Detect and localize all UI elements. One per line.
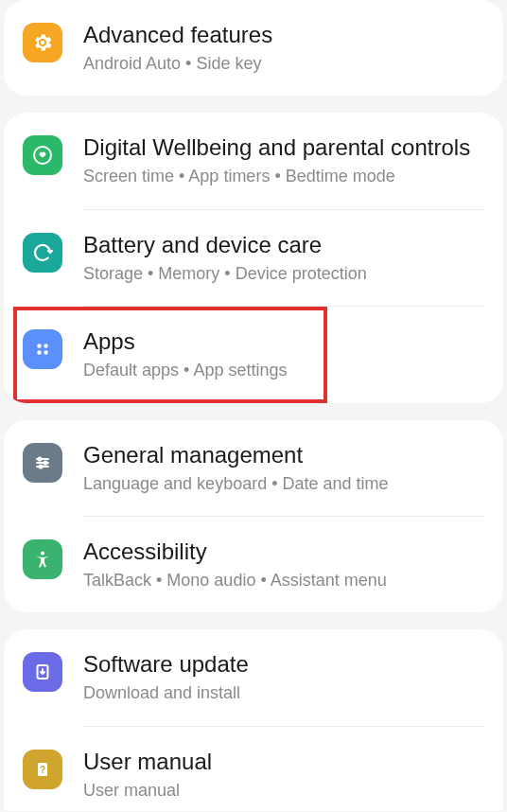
settings-item-title: Software update	[83, 650, 484, 679]
svg-point-3	[44, 344, 47, 347]
svg-point-10	[44, 461, 46, 464]
settings-item-battery-device-care[interactable]: Battery and device care Storage • Memory…	[4, 210, 503, 306]
settings-item-software-update[interactable]: Software update Download and install	[4, 629, 503, 725]
download-icon	[23, 652, 62, 692]
question-book-icon: ?	[23, 750, 62, 789]
settings-item-title: Accessibility	[83, 538, 484, 566]
settings-item-text: User manual User manual	[83, 748, 484, 802]
settings-item-apps[interactable]: Apps Default apps • App settings	[4, 307, 503, 402]
svg-point-12	[41, 551, 44, 555]
settings-item-subtitle: Screen time • App timers • Bedtime mode	[83, 166, 484, 187]
settings-item-text: Accessibility TalkBack • Mono audio • As…	[83, 538, 484, 591]
settings-item-subtitle: Download and install	[83, 682, 484, 704]
settings-group: Advanced features Android Auto • Side ke…	[4, 0, 503, 96]
settings-group: Digital Wellbeing and parental controls …	[4, 113, 503, 402]
gear-plus-icon	[23, 23, 62, 62]
settings-item-title: Battery and device care	[83, 231, 484, 259]
settings-item-user-manual[interactable]: ? User manual User manual	[4, 727, 503, 811]
settings-group: Software update Download and install ? U…	[4, 629, 503, 811]
accessibility-icon	[23, 539, 62, 579]
sliders-icon	[23, 443, 62, 483]
settings-item-subtitle: Android Auto • Side key	[83, 53, 484, 75]
settings-item-subtitle: User manual	[83, 780, 484, 802]
settings-item-title: General management	[83, 441, 484, 469]
settings-group: General management Language and keyboard…	[4, 420, 503, 613]
settings-item-title: Apps	[83, 327, 484, 356]
svg-text:?: ?	[40, 765, 45, 775]
settings-item-subtitle: Default apps • App settings	[83, 360, 484, 381]
svg-point-11	[39, 465, 42, 468]
heart-icon	[23, 135, 62, 175]
settings-item-subtitle: Storage • Memory • Device protection	[83, 263, 484, 285]
settings-item-text: Apps Default apps • App settings	[83, 327, 484, 381]
svg-point-2	[37, 344, 41, 347]
settings-item-accessibility[interactable]: Accessibility TalkBack • Mono audio • As…	[4, 517, 503, 612]
settings-item-title: Advanced features	[83, 21, 484, 49]
svg-point-4	[37, 350, 41, 354]
svg-point-5	[44, 350, 47, 354]
refresh-icon	[23, 233, 62, 273]
svg-point-9	[38, 457, 41, 460]
settings-item-text: General management Language and keyboard…	[83, 441, 484, 495]
settings-item-text: Advanced features Android Auto • Side ke…	[83, 21, 484, 75]
settings-item-title: User manual	[83, 748, 484, 776]
settings-item-subtitle: TalkBack • Mono audio • Assistant menu	[83, 570, 484, 591]
settings-item-general-management[interactable]: General management Language and keyboard…	[4, 420, 503, 516]
settings-item-text: Software update Download and install	[83, 650, 484, 704]
settings-item-title: Digital Wellbeing and parental controls	[83, 133, 484, 162]
settings-item-text: Battery and device care Storage • Memory…	[83, 231, 484, 285]
settings-item-text: Digital Wellbeing and parental controls …	[83, 133, 484, 187]
settings-item-subtitle: Language and keyboard • Date and time	[83, 473, 484, 495]
apps-grid-icon	[23, 329, 62, 369]
settings-item-advanced-features[interactable]: Advanced features Android Auto • Side ke…	[4, 0, 503, 96]
settings-item-digital-wellbeing[interactable]: Digital Wellbeing and parental controls …	[4, 113, 503, 208]
